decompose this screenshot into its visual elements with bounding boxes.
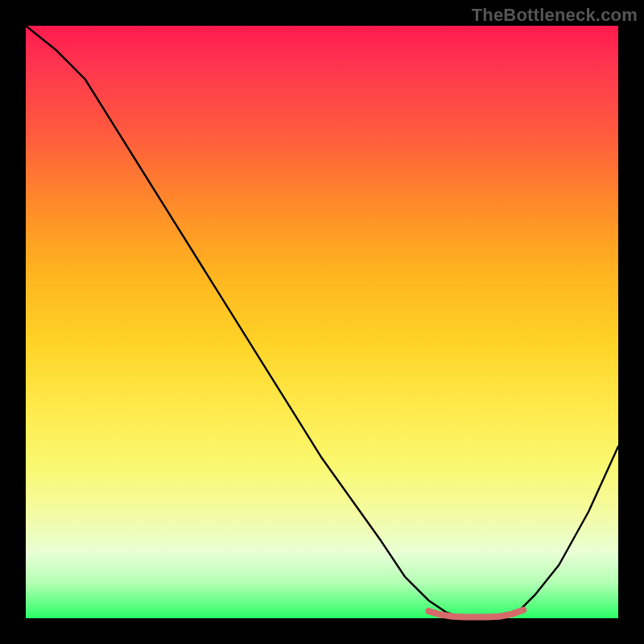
bottleneck-curve-line [26,26,618,618]
chart-plot-area [26,26,618,618]
chart-svg [26,26,618,618]
watermark-text: TheBottleneck.com [472,5,638,26]
